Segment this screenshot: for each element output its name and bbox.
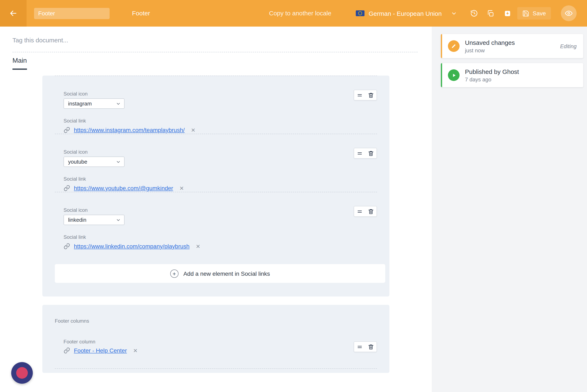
link-row: https://www.youtube.com/@gumkinder ✕	[63, 184, 377, 192]
link-icon	[63, 185, 70, 192]
chevron-down-icon	[116, 101, 121, 106]
remove-link-icon[interactable]: ✕	[133, 347, 138, 354]
footer-columns-panel: Footer columns Footer column Footer - He…	[42, 305, 389, 373]
duplicate-button[interactable]	[484, 7, 497, 20]
social-link-url[interactable]: https://www.linkedin.com/company/playbru…	[74, 243, 189, 250]
save-label: Save	[533, 10, 546, 16]
social-icon-select[interactable]: linkedin	[63, 215, 124, 225]
preview-button[interactable]	[561, 6, 577, 21]
link-row: https://www.linkedin.com/company/playbru…	[63, 242, 377, 250]
document-name-input[interactable]: Footer	[34, 8, 110, 19]
pencil-icon	[448, 40, 460, 52]
remove-link-icon[interactable]: ✕	[179, 185, 184, 191]
drag-handle[interactable]	[354, 148, 365, 158]
delete-button[interactable]	[365, 90, 377, 100]
activity-card-unsaved[interactable]: Unsaved changes just now Editing	[441, 34, 583, 58]
save-button[interactable]: Save	[517, 7, 551, 20]
activity-card-text: Unsaved changes just now	[465, 39, 515, 53]
social-icon-label: Social icon	[63, 149, 377, 155]
drag-handle[interactable]	[354, 206, 365, 216]
plus-icon: +	[170, 269, 178, 278]
chat-widget-icon	[16, 367, 28, 379]
chevron-down-icon	[116, 159, 121, 164]
play-icon	[448, 69, 460, 81]
back-button[interactable]	[0, 0, 26, 26]
social-link-url[interactable]: https://www.youtube.com/@gumkinder	[74, 185, 173, 192]
drag-handle[interactable]	[354, 90, 365, 100]
divider	[55, 368, 377, 369]
chevron-down-icon	[451, 10, 457, 16]
footer-columns-label: Footer columns	[55, 305, 389, 324]
document-editor: Tag this document... Main Social icon in…	[0, 26, 432, 392]
history-button[interactable]	[468, 7, 480, 20]
social-icon-label: Social icon	[63, 207, 377, 213]
remove-link-icon[interactable]: ✕	[191, 127, 195, 133]
add-social-link-button[interactable]: + Add a new element in Social links	[55, 264, 385, 283]
locale-selector[interactable]: German - European Union	[356, 0, 457, 26]
activity-title: Unsaved changes	[465, 39, 515, 46]
locale-label: German - European Union	[369, 10, 442, 17]
social-link-item: Social icon linkedin Social link https:/…	[42, 192, 389, 250]
social-icon-label: Social icon	[63, 91, 377, 97]
floppy-disk-icon	[522, 10, 529, 17]
link-row: https://www.instagram.com/teamplaybrush/…	[63, 126, 377, 134]
social-icon-value: instagram	[68, 100, 92, 107]
chat-widget-button[interactable]	[11, 362, 33, 384]
eye-icon	[565, 9, 573, 18]
link-icon	[63, 127, 70, 133]
footer-column-item: Footer column Footer - Help Center ✕	[42, 339, 389, 354]
tag-input-underline	[12, 52, 418, 52]
archive-icon	[503, 9, 511, 17]
item-actions	[354, 341, 377, 352]
link-icon	[63, 243, 70, 250]
social-link-label: Social link	[63, 118, 377, 124]
link-row: Footer - Help Center ✕	[63, 347, 389, 354]
footer-column-label: Footer column	[63, 339, 389, 345]
delete-button[interactable]	[365, 148, 377, 158]
activity-sidebar: Unsaved changes just now Editing Publish…	[432, 26, 587, 392]
delete-button[interactable]	[365, 342, 377, 352]
item-actions	[354, 206, 377, 217]
activity-time: just now	[465, 47, 515, 53]
drag-handle[interactable]	[354, 342, 365, 352]
add-button-label: Add a new element in Social links	[183, 270, 270, 277]
duplicate-icon	[486, 9, 494, 17]
activity-card-published[interactable]: Published by Ghost 7 days ago	[441, 63, 583, 87]
back-arrow-icon	[9, 9, 18, 18]
history-icon	[470, 9, 478, 18]
social-icon-select[interactable]: youtube	[63, 156, 124, 167]
page-title: Footer	[132, 0, 150, 26]
link-icon	[63, 347, 70, 354]
copy-to-another-locale-button[interactable]: Copy to another locale	[269, 0, 331, 26]
footer-column-link[interactable]: Footer - Help Center	[74, 347, 127, 354]
social-link-label: Social link	[63, 234, 377, 240]
document-content: Social icon instagram Social link https:…	[0, 70, 432, 392]
eu-flag-icon	[356, 10, 365, 16]
social-icon-value: youtube	[68, 159, 87, 165]
tag-input[interactable]: Tag this document...	[12, 36, 68, 44]
social-link-label: Social link	[63, 176, 377, 182]
activity-card-text: Published by Ghost 7 days ago	[465, 68, 519, 82]
social-links-panel: Social icon instagram Social link https:…	[42, 76, 389, 296]
social-icon-select[interactable]: instagram	[63, 98, 124, 109]
delete-button[interactable]	[365, 206, 377, 216]
item-actions	[354, 148, 377, 159]
social-link-item: Social icon youtube Social link https://…	[42, 134, 389, 192]
activity-time: 7 days ago	[465, 76, 519, 82]
tab-main[interactable]: Main	[12, 57, 27, 70]
chevron-down-icon	[116, 218, 121, 222]
social-link-url[interactable]: https://www.instagram.com/teamplaybrush/	[74, 127, 185, 133]
social-icon-value: linkedin	[68, 217, 86, 223]
app-root: Footer Footer Copy to another locale Ger…	[0, 0, 587, 392]
document-header: Tag this document... Main	[0, 26, 432, 70]
social-link-item: Social icon instagram Social link https:…	[42, 76, 389, 134]
activity-title: Published by Ghost	[465, 68, 519, 75]
remove-link-icon[interactable]: ✕	[196, 243, 200, 249]
item-actions	[354, 90, 377, 100]
topbar: Footer Footer Copy to another locale Ger…	[0, 0, 587, 26]
archive-button[interactable]	[501, 7, 514, 20]
activity-status: Editing	[560, 43, 577, 49]
